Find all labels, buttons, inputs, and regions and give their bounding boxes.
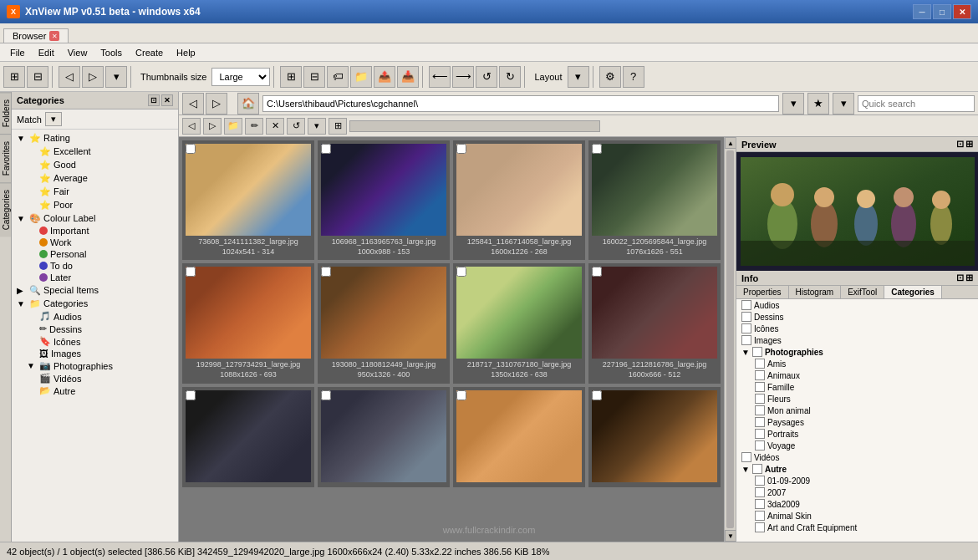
favorites-tab[interactable]: Favorites [0,134,11,182]
info-cb-icones[interactable] [741,323,751,333]
cat-images[interactable]: 🖼Images [23,348,176,359]
info-maximize-icon[interactable]: ⊡ [956,272,964,283]
thumb-checkbox-6[interactable] [321,267,331,277]
sort-btn[interactable]: ⊞ [280,66,302,88]
info-voyage[interactable]: Voyage [750,440,978,451]
thumb-checkbox-5[interactable] [186,267,196,277]
filter-nav-fwd[interactable]: ▷ [203,118,222,135]
match-dropdown-btn[interactable]: ▾ [45,112,62,126]
view-mode-btn[interactable]: ⊞ [3,66,25,88]
info-cb-autre[interactable] [752,464,762,474]
filter-btn2[interactable]: ⊟ [303,66,325,88]
list-item[interactable]: 193080_1180812449_large.jpg950x1326 - 40… [318,263,450,383]
filter-dropdown[interactable]: ▾ [308,118,326,135]
maximize-button[interactable]: □ [933,4,951,19]
info-cb-images[interactable] [741,335,751,345]
info-cb-audios[interactable] [741,300,751,310]
special-items[interactable]: ▶ 🔍 Special Items [13,283,176,297]
thumb-checkbox-4[interactable] [592,144,602,154]
info-images[interactable]: Images [736,334,978,346]
filter-nav-back[interactable]: ◁ [182,118,201,135]
thumb-checkbox-1[interactable] [186,144,196,154]
cat-dessins[interactable]: ✏Dessins [23,323,176,335]
filter-folder-up[interactable]: 📁 [224,118,242,135]
info-3da2009[interactable]: 3da2009 [750,498,978,510]
list-item[interactable] [453,387,585,487]
info-cb-dessins[interactable] [741,312,751,322]
folder-btn[interactable]: 📁 [350,66,372,88]
menu-create[interactable]: Create [129,46,170,59]
thumb-checkbox-7[interactable] [456,267,466,277]
info-animal-skin[interactable]: Animal Skin [750,510,978,522]
close-button[interactable]: ✕ [953,4,971,19]
info-art-craft[interactable]: Art and Craft Equipment [750,522,978,533]
tab-exiftool[interactable]: ExifTool [841,286,884,298]
thumb-checkbox-3[interactable] [456,144,466,154]
address-input[interactable] [262,95,779,112]
list-item[interactable] [182,387,314,487]
menu-edit[interactable]: Edit [32,46,61,59]
colour-todo[interactable]: To do [23,260,176,272]
menu-view[interactable]: View [61,46,94,59]
info-animaux[interactable]: Animaux [750,369,978,381]
export-btn[interactable]: 📤 [374,66,395,88]
rating-excellent[interactable]: ⭐Excellent [23,145,176,158]
thumb-checkbox-10[interactable] [321,390,331,400]
info-photographies-header[interactable]: ▼ Photographies [736,346,978,358]
thumb-checkbox-11[interactable] [456,390,466,400]
settings-btn[interactable]: ⚙ [599,66,621,88]
tag-btn[interactable]: 🏷 [327,66,349,88]
addr-star2-btn[interactable]: ▾ [833,93,854,115]
filter-edit[interactable]: ✏ [245,118,263,135]
grid-view-btn[interactable]: ⊟ [27,66,48,88]
info-mon-animal[interactable]: Mon animal [750,405,978,416]
menu-help[interactable]: Help [170,46,202,59]
info-cb-videos[interactable] [741,452,751,462]
list-item[interactable]: 73608_1241111382_large.jpg1024x541 - 314 [182,140,314,260]
cat-photographies[interactable]: ▼📷Photographies [23,359,176,372]
info-icones[interactable]: Icônes [736,323,978,334]
thumb-checkbox-2[interactable] [321,144,331,154]
colour-later[interactable]: Later [23,272,176,283]
rating-section[interactable]: ▼ ⭐ Rating [13,131,176,145]
info-paysages[interactable]: Paysages [750,416,978,428]
info-2007[interactable]: 2007 [750,486,978,498]
info-dessins[interactable]: Dessins [736,311,978,323]
info-cb-photo[interactable] [752,347,762,357]
menu-file[interactable]: File [3,46,32,59]
cat-maximize-icon[interactable]: ⊡ [148,94,160,106]
info-fleurs[interactable]: Fleurs [750,393,978,405]
categories-tab[interactable]: Categories [0,182,11,237]
back-btn[interactable]: ◁ [59,66,80,88]
minimize-button[interactable]: ─ [913,4,931,19]
categories-tree-section[interactable]: ▼ 📁 Categories [13,297,176,310]
preview-expand-icon[interactable]: ⊞ [965,139,973,150]
rating-fair[interactable]: ⭐Fair [23,185,176,198]
list-item[interactable]: 125841_1166714058_large.jpg1600x1226 - 2… [453,140,585,260]
addr-star-btn[interactable]: ★ [807,93,829,115]
info-portraits[interactable]: Portraits [750,428,978,440]
thumbnails-size-select[interactable]: SmallMediumLarge [211,68,270,86]
addr-home-btn[interactable]: 🏠 [237,93,259,115]
colour-important[interactable]: Important [23,225,176,237]
colour-section[interactable]: ▼ 🎨 Colour Label [13,211,176,225]
tab-close-icon[interactable]: ✕ [49,31,59,41]
menu-tools[interactable]: Tools [94,46,129,59]
thumb-checkbox-12[interactable] [592,390,602,400]
tab-categories[interactable]: Categories [884,286,942,298]
thumb-checkbox-8[interactable] [592,267,602,277]
refresh-btn[interactable]: ↺ [476,66,497,88]
scrollbar-down-btn[interactable]: ▼ [725,530,736,542]
addr-fwd-btn[interactable]: ▷ [206,93,227,115]
thumb-checkbox-9[interactable] [186,390,196,400]
nav-fwd-btn[interactable]: ⟶ [452,66,474,88]
info-amis[interactable]: Amis [750,358,978,369]
import-btn[interactable]: 📥 [397,66,419,88]
preview-maximize-icon[interactable]: ⊡ [956,139,964,150]
dropdown-btn[interactable]: ▾ [105,66,127,88]
filter-delete[interactable]: ✕ [266,118,284,135]
cat-icones[interactable]: 🔖Icônes [23,335,176,348]
refresh2-btn[interactable]: ↻ [499,66,521,88]
rating-poor[interactable]: ⭐Poor [23,198,176,211]
rating-average[interactable]: ⭐Average [23,171,176,185]
